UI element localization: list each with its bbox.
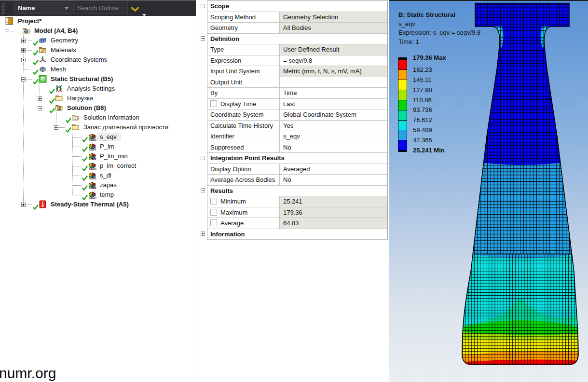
svg-text:USER: USER [89, 158, 96, 161]
svg-text:USER: USER [89, 139, 96, 141]
svg-text:USER: USER [89, 168, 96, 170]
svg-text:USER: USER [89, 197, 96, 199]
svg-text:USER: USER [89, 149, 96, 151]
svg-text:USER: USER [89, 187, 96, 190]
svg-text:USER: USER [89, 177, 96, 180]
svg-text:i: i [75, 116, 76, 121]
